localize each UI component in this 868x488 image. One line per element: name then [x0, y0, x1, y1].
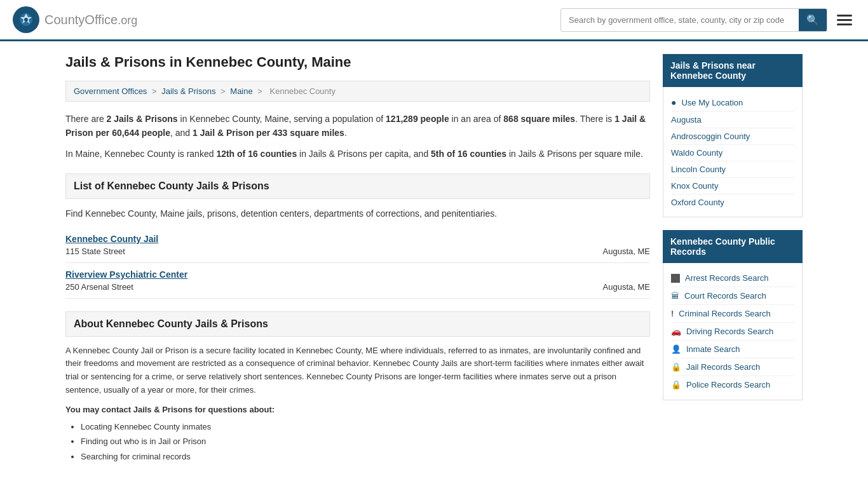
list-section-header: List of Kennebec County Jails & Prisons [65, 173, 650, 199]
inmate-search-label: Inmate Search [686, 344, 740, 354]
driving-records-label: Driving Records Search [686, 327, 773, 336]
driving-icon: 🚗 [671, 327, 681, 336]
site-header: CountyOffice.org 🔍 [0, 0, 868, 41]
intro-paragraph-1: There are 2 Jails & Prisons in Kennebec … [65, 112, 650, 140]
arrest-records-link[interactable]: Arrest Records Search [671, 269, 794, 287]
list-description: Find Kennebec County, Maine jails, priso… [65, 207, 650, 220]
facility-address-1: 115 State Street [65, 247, 125, 256]
sidebar-link-knox[interactable]: Knox County [671, 178, 794, 194]
logo-icon [13, 6, 39, 33]
menu-line-3 [837, 24, 852, 25]
sidebar-nearby-content: ● Use My Location Augusta Androscoggin C… [663, 87, 803, 217]
sidebar-link-androscoggin[interactable]: Androscoggin County [671, 128, 794, 145]
rank-capita: 12th of 16 counties [216, 149, 297, 159]
breadcrumb-gov-offices[interactable]: Government Offices [74, 86, 147, 96]
jail-icon: 🔒 [671, 362, 681, 372]
header-right: 🔍 [560, 8, 855, 32]
jail-records-label: Jail Records Search [686, 362, 760, 372]
bullet-3: Searching for criminal records [81, 449, 650, 464]
bullet-1: Locating Kennebec County inmates [81, 419, 650, 434]
about-section-header: About Kennebec County Jails & Prisons [65, 311, 650, 337]
bullet-2: Finding out who is in Jail or Prison [81, 434, 650, 449]
logo-area: CountyOffice.org [13, 6, 137, 33]
breadcrumb-sep-1: > [152, 86, 159, 96]
police-records-link[interactable]: 🔒 Police Records Search [671, 376, 794, 393]
facility-details-2: 250 Arsenal Street Augusta, ME [65, 282, 650, 292]
bullet-list: Locating Kennebec County inmates Finding… [65, 419, 650, 464]
per-sq: 1 Jail & Prison per 433 square miles [193, 128, 344, 138]
jails-count: 2 Jails & Prisons [107, 114, 178, 124]
rank-sq: 5th of 16 counties [431, 149, 506, 159]
criminal-records-link[interactable]: ! Criminal Records Search [671, 305, 794, 323]
jail-records-link[interactable]: 🔒 Jail Records Search [671, 358, 794, 376]
criminal-records-label: Criminal Records Search [679, 309, 771, 318]
inmate-search-link[interactable]: 👤 Inmate Search [671, 341, 794, 358]
police-icon: 🔒 [671, 380, 681, 390]
facility-name-2[interactable]: Riverview Psychiatric Center [65, 269, 650, 280]
sidebar-link-oxford[interactable]: Oxford County [671, 194, 794, 210]
facility-item-2: Riverview Psychiatric Center 250 Arsenal… [65, 263, 650, 299]
sidebar-link-augusta[interactable]: Augusta [671, 112, 794, 128]
contact-label: You may contact Jails & Prisons for ques… [65, 405, 650, 414]
breadcrumb-sep-2: > [220, 86, 227, 96]
criminal-icon: ! [671, 309, 674, 318]
population: 121,289 people [386, 114, 449, 124]
breadcrumb-current: Kennebec County [270, 86, 336, 96]
menu-button[interactable] [834, 11, 855, 29]
driving-records-link[interactable]: 🚗 Driving Records Search [671, 323, 794, 341]
page-title: Jails & Prisons in Kennebec County, Main… [65, 54, 650, 71]
search-input[interactable] [561, 10, 799, 30]
facility-city-2: Augusta, ME [603, 282, 650, 292]
use-my-location-link[interactable]: ● Use My Location [671, 93, 794, 112]
sidebar-records-title: Kennebec County Public Records [663, 230, 803, 263]
facility-city-1: Augusta, ME [603, 247, 650, 256]
about-paragraph: A Kennebec County Jail or Prison is a se… [65, 344, 650, 397]
inmate-icon: 👤 [671, 344, 681, 354]
logo-text[interactable]: CountyOffice.org [44, 13, 137, 27]
search-button[interactable]: 🔍 [799, 9, 827, 31]
page-container: Jails & Prisons in Kennebec County, Main… [53, 41, 815, 477]
court-records-link[interactable]: 🏛 Court Records Search [671, 287, 794, 305]
breadcrumb-jails[interactable]: Jails & Prisons [161, 86, 215, 96]
court-records-label: Court Records Search [684, 291, 766, 301]
intro-paragraph-2: In Maine, Kennebec County is ranked 12th… [65, 147, 650, 161]
arrest-icon [671, 274, 680, 283]
sidebar-records-content: Arrest Records Search 🏛 Court Records Se… [663, 263, 803, 400]
search-bar: 🔍 [560, 8, 827, 32]
sidebar: Jails & Prisons near Kennebec County ● U… [663, 54, 803, 464]
main-content: Jails & Prisons in Kennebec County, Main… [65, 54, 650, 464]
sidebar-nearby-section: Jails & Prisons near Kennebec County ● U… [663, 54, 803, 217]
breadcrumb-sep-3: > [257, 86, 264, 96]
police-records-label: Police Records Search [686, 380, 770, 390]
sidebar-nearby-title: Jails & Prisons near Kennebec County [663, 54, 803, 87]
sidebar-link-waldo[interactable]: Waldo County [671, 145, 794, 161]
sidebar-link-lincoln[interactable]: Lincoln County [671, 161, 794, 178]
facility-details-1: 115 State Street Augusta, ME [65, 247, 650, 256]
court-icon: 🏛 [671, 291, 679, 301]
facility-address-2: 250 Arsenal Street [65, 282, 133, 292]
use-my-location-label: Use My Location [681, 98, 743, 107]
facility-name-1[interactable]: Kennebec County Jail [65, 234, 650, 244]
facility-item-1: Kennebec County Jail 115 State Street Au… [65, 227, 650, 263]
sidebar-records-section: Kennebec County Public Records Arrest Re… [663, 230, 803, 400]
svg-point-3 [24, 18, 28, 22]
breadcrumb-maine[interactable]: Maine [230, 86, 252, 96]
location-icon: ● [671, 97, 676, 107]
area: 868 square miles [503, 114, 575, 124]
menu-line-1 [837, 15, 852, 17]
breadcrumb: Government Offices > Jails & Prisons > M… [65, 81, 650, 102]
menu-line-2 [837, 19, 852, 21]
arrest-records-label: Arrest Records Search [685, 273, 769, 283]
